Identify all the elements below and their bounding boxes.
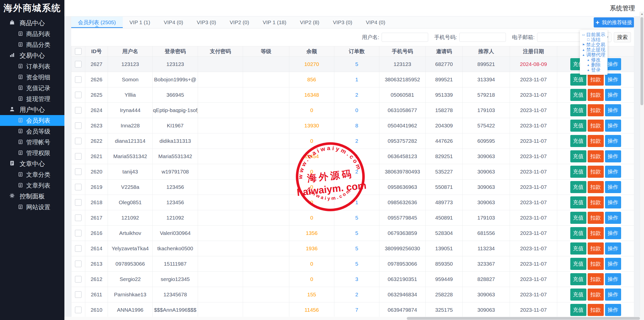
deduct-button[interactable]: 扣款 <box>588 242 604 255</box>
phone-input[interactable] <box>459 33 506 42</box>
deduct-button[interactable]: 扣款 <box>588 212 604 224</box>
horizontal-scrollbar-thumb[interactable] <box>407 317 640 320</box>
sidebar-section-控制面板[interactable]: 控制面板 <box>0 191 64 202</box>
action-menu-item-调整代理[interactable]: ▲调整代理 <box>580 52 608 57</box>
deduct-button[interactable]: 扣款 <box>588 227 604 239</box>
deduct-button[interactable]: 扣款 <box>588 273 604 285</box>
email-input[interactable] <box>537 33 584 42</box>
recharge-button[interactable]: 充值 <box>570 196 586 208</box>
sidebar-section-用户中心[interactable]: 用户中心 <box>0 104 64 115</box>
deduct-button[interactable]: 扣款 <box>588 135 604 147</box>
sidebar-item-资金明细[interactable]: 资金明细 <box>0 72 64 83</box>
operate-button[interactable]: 操作 <box>605 212 621 224</box>
deduct-button[interactable]: 扣款 <box>588 120 604 132</box>
vertical-scrollbar[interactable]: ▲ <box>640 12 644 320</box>
operate-button[interactable]: 操作 <box>605 104 621 116</box>
recharge-button[interactable]: 充值 <box>570 289 586 301</box>
deduct-button[interactable]: 扣款 <box>588 258 604 270</box>
action-menu-item-目前展示[interactable]: ▭目前展示 <box>580 32 608 37</box>
row-checkbox[interactable] <box>75 291 82 298</box>
tab-2[interactable]: VIP4 (0) <box>157 17 190 28</box>
row-checkbox[interactable] <box>75 107 82 114</box>
cell-orders[interactable]: 1 <box>334 195 379 210</box>
tab-8[interactable]: VIP4 (0) <box>359 17 392 28</box>
cell-orders[interactable]: 1 <box>334 72 379 87</box>
recharge-button[interactable]: 充值 <box>570 120 586 132</box>
cell-orders[interactable]: 2 <box>334 287 379 302</box>
recharge-button[interactable]: 充值 <box>570 242 586 255</box>
sidebar-item-提现管理[interactable]: 提现管理 <box>0 93 64 104</box>
row-checkbox[interactable] <box>75 307 82 313</box>
sidebar-item-充值记录[interactable]: 充值记录 <box>0 83 64 93</box>
row-checkbox[interactable] <box>75 138 82 144</box>
operate-button[interactable]: 操作 <box>605 150 621 162</box>
horizontal-scrollbar[interactable] <box>64 317 640 320</box>
sidebar-item-管理帐号[interactable]: 管理帐号 <box>0 137 64 148</box>
sidebar-item-商品列表[interactable]: 商品列表 <box>0 28 64 39</box>
deduct-button[interactable]: 扣款 <box>588 150 604 162</box>
deduct-button[interactable]: 扣款 <box>588 89 604 101</box>
row-checkbox[interactable] <box>75 199 82 206</box>
tab-4[interactable]: VIP2 (0) <box>223 17 256 28</box>
operate-button[interactable]: 操作 <box>605 304 621 316</box>
deduct-button[interactable]: 扣款 <box>588 304 604 316</box>
operate-button[interactable]: 操作 <box>605 120 621 132</box>
action-menu-item-登录[interactable]: ▲登录 <box>580 67 608 73</box>
cell-orders[interactable]: 5 <box>334 210 379 226</box>
scroll-up-arrow-icon[interactable]: ▲ <box>640 12 644 16</box>
operate-button[interactable]: 操作 <box>605 89 621 101</box>
row-checkbox[interactable] <box>75 261 82 267</box>
my-recommend-link-button[interactable]: + 我的推荐链接 <box>594 17 634 27</box>
deduct-button[interactable]: 扣款 <box>588 181 604 193</box>
row-checkbox[interactable] <box>75 153 82 160</box>
sidebar-item-会员等级[interactable]: 会员等级 <box>0 126 64 137</box>
tab-1[interactable]: VIP 1 (1) <box>123 17 157 28</box>
recharge-button[interactable]: 充值 <box>570 273 586 285</box>
tab-6[interactable]: VIP2 (8) <box>293 17 326 28</box>
cell-orders[interactable]: 1 <box>334 180 379 195</box>
operate-button[interactable]: 操作 <box>605 196 621 208</box>
operate-button[interactable]: 操作 <box>605 258 621 270</box>
cell-orders[interactable]: 3 <box>334 272 379 287</box>
recharge-button[interactable]: 充值 <box>570 135 586 147</box>
operate-button[interactable]: 操作 <box>605 227 621 239</box>
row-checkbox[interactable] <box>75 122 82 129</box>
sidebar-item-网站设置[interactable]: 网站设置 <box>0 202 64 212</box>
recharge-button[interactable]: 充值 <box>570 181 586 193</box>
recharge-button[interactable]: 充值 <box>570 89 586 101</box>
tab-7[interactable]: VIP3 (0) <box>326 17 359 28</box>
deduct-button[interactable]: 扣款 <box>588 104 604 116</box>
row-checkbox[interactable] <box>75 76 82 83</box>
deduct-button[interactable]: 扣款 <box>588 74 604 86</box>
row-checkbox[interactable] <box>75 61 82 67</box>
operate-button[interactable]: 操作 <box>605 135 621 147</box>
recharge-button[interactable]: 充值 <box>570 212 586 224</box>
sidebar-item-商品分类[interactable]: 商品分类 <box>0 39 64 50</box>
sidebar-item-订单列表[interactable]: 订单列表 <box>0 61 64 72</box>
operate-button[interactable]: 操作 <box>605 273 621 285</box>
recharge-button[interactable]: 充值 <box>570 166 586 178</box>
action-menu-item-修改[interactable]: ▲修改 <box>580 57 608 62</box>
cell-orders[interactable]: 5 <box>334 241 379 256</box>
vertical-scrollbar-thumb[interactable] <box>640 17 643 105</box>
cell-orders[interactable]: 1 <box>334 149 379 164</box>
operate-button[interactable]: 操作 <box>605 166 621 178</box>
tab-5[interactable]: VIP 1 (18) <box>256 17 293 28</box>
deduct-button[interactable]: 扣款 <box>588 166 604 178</box>
operate-button[interactable]: 操作 <box>605 242 621 255</box>
select-all-checkbox[interactable] <box>75 48 82 55</box>
recharge-button[interactable]: 充值 <box>570 74 586 86</box>
cell-orders[interactable]: 2 <box>334 87 379 103</box>
tab-0[interactable]: 会员列表 (2505) <box>71 17 123 28</box>
sidebar-item-文章列表[interactable]: 文章列表 <box>0 180 64 191</box>
action-menu-item-禁止提现[interactable]: ▲禁止提现 <box>580 47 608 52</box>
cell-orders[interactable]: 8 <box>334 118 379 133</box>
row-checkbox[interactable] <box>75 215 82 221</box>
action-menu-item-禁止交易[interactable]: ⚑禁止交易 <box>580 42 608 47</box>
row-checkbox[interactable] <box>75 276 82 282</box>
operate-button[interactable]: 操作 <box>605 74 621 86</box>
action-menu-item-冻结[interactable]: ☐冻结 <box>580 37 608 42</box>
recharge-button[interactable]: 充值 <box>570 258 586 270</box>
cell-orders[interactable]: 2 <box>334 164 379 180</box>
sidebar-item-管理权限[interactable]: 管理权限 <box>0 148 64 158</box>
